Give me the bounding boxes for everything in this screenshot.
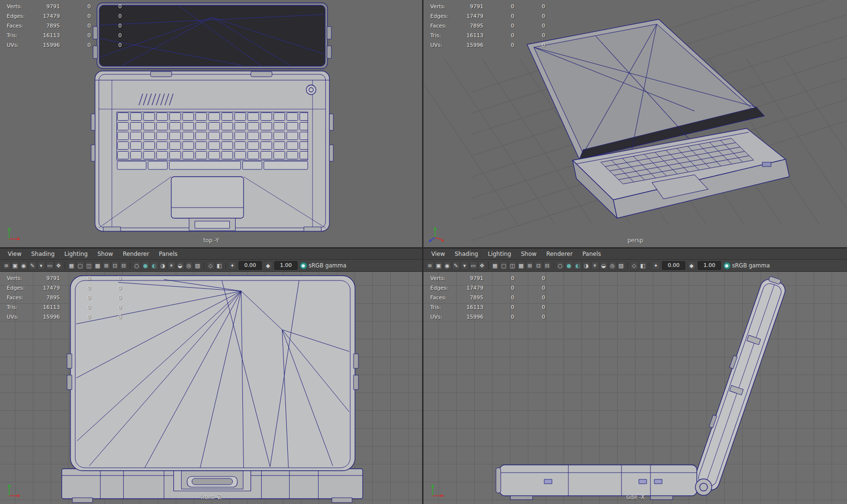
hud-stat-label: Edges: <box>7 285 32 291</box>
field-chart-icon[interactable]: ⊞ <box>526 261 534 270</box>
gamma-icon[interactable]: ◆ <box>264 261 272 270</box>
image-plane-icon[interactable]: ▭ <box>46 261 54 270</box>
hud-stat-value: 7895 <box>32 294 60 301</box>
exposure-field[interactable]: 0.00 <box>662 261 685 270</box>
safe-title-icon[interactable]: ⊟ <box>543 261 551 270</box>
isolate-select-icon[interactable]: ◧ <box>215 261 224 270</box>
smooth-shade-icon[interactable]: ● <box>565 261 573 270</box>
film-gate-icon[interactable]: ▢ <box>76 261 85 270</box>
hud-stat-label: Faces: <box>430 23 455 29</box>
colorspace-field[interactable]: sRGB gamma <box>732 262 770 269</box>
hud-stat-label: Tris: <box>7 32 32 39</box>
shadows-icon[interactable]: ◒ <box>600 261 608 270</box>
hud-stat-label: Tris: <box>7 304 32 310</box>
hud-stat-row: UVs:1599600 <box>430 40 545 50</box>
safe-action-icon[interactable]: ⊡ <box>111 261 119 270</box>
toolbar-separator <box>553 262 554 269</box>
gamma-icon[interactable]: ◆ <box>688 261 696 270</box>
use-all-lights-icon[interactable]: ☀ <box>591 261 599 270</box>
wireframe-icon[interactable]: ○ <box>133 261 141 270</box>
bookmarks-icon[interactable]: ▾ <box>37 261 45 270</box>
color-management-icon[interactable]: ● <box>723 262 731 269</box>
occlusion-icon[interactable]: ◎ <box>608 261 617 270</box>
menu-show[interactable]: Show <box>516 249 541 259</box>
viewport-front[interactable]: Verts:979100Edges:1747900Faces:789500Tri… <box>0 272 422 504</box>
exposure-icon[interactable]: ✦ <box>228 261 237 270</box>
textured-icon[interactable]: ◑ <box>159 261 167 270</box>
textured-icon[interactable]: ◑ <box>582 261 591 270</box>
material-override-icon[interactable]: ◐ <box>150 261 158 270</box>
use-all-lights-icon[interactable]: ☀ <box>168 261 176 270</box>
camera-attributes-icon[interactable]: ✎ <box>452 261 460 270</box>
menu-view[interactable]: View <box>426 249 450 259</box>
exposure-icon[interactable]: ✦ <box>652 261 660 270</box>
bookmarks-icon[interactable]: ▾ <box>461 261 469 270</box>
menu-panels[interactable]: Panels <box>578 249 606 259</box>
resolution-gate-icon[interactable]: ◫ <box>85 261 93 270</box>
grid-icon[interactable]: ▦ <box>491 261 499 270</box>
panel-menu-icon[interactable]: ≡ <box>2 261 11 270</box>
gamma-field[interactable]: 1.00 <box>274 261 297 270</box>
gate-mask-icon[interactable]: ▩ <box>517 261 525 270</box>
viewport-top[interactable]: Verts:979100Edges:1747900Faces:789500Tri… <box>0 0 422 247</box>
image-plane-icon[interactable]: ▭ <box>469 261 478 270</box>
menu-lighting[interactable]: Lighting <box>59 249 93 259</box>
hud-stat-label: UVs: <box>7 42 32 48</box>
hud-poly-count: Verts:979100Edges:1747900Faces:789500Tri… <box>430 1 545 50</box>
color-management-icon[interactable]: ● <box>300 262 307 269</box>
hud-stat-value: 17479 <box>455 13 483 19</box>
camera-select-icon[interactable]: ▣ <box>11 261 19 270</box>
gamma-field[interactable]: 1.00 <box>698 261 721 270</box>
laptop-model-persp-view[interactable] <box>527 19 789 218</box>
viewport-side[interactable]: Verts:979100Edges:1747900Faces:789500Tri… <box>424 272 847 504</box>
viewport-persp[interactable]: Verts:979100Edges:1747900Faces:789500Tri… <box>424 0 847 247</box>
menu-renderer[interactable]: Renderer <box>541 249 578 259</box>
safe-action-icon[interactable]: ⊡ <box>535 261 543 270</box>
hud-stat-row: Tris:1611300 <box>7 30 122 40</box>
shadows-icon[interactable]: ◒ <box>176 261 184 270</box>
panel-front: ViewShadingLightingShowRendererPanels ≡▣… <box>0 249 422 504</box>
xray-icon[interactable]: ◇ <box>630 261 638 270</box>
hud-stat-label: Faces: <box>430 294 455 301</box>
hud-stat-sel: 0 <box>60 294 91 301</box>
occlusion-icon[interactable]: ◎ <box>185 261 193 270</box>
hud-stat-sel: 0 <box>60 275 91 281</box>
two-d-pan-zoom-icon[interactable]: ✥ <box>478 261 486 270</box>
anti-alias-icon[interactable]: ▨ <box>617 261 625 270</box>
camera-select-icon[interactable]: ▣ <box>435 261 443 270</box>
two-d-pan-zoom-icon[interactable]: ✥ <box>55 261 63 270</box>
colorspace-field[interactable]: sRGB gamma <box>309 262 346 269</box>
menu-lighting[interactable]: Lighting <box>483 249 516 259</box>
anti-alias-icon[interactable]: ▨ <box>194 261 202 270</box>
menu-shading[interactable]: Shading <box>450 249 483 259</box>
gate-mask-icon[interactable]: ▩ <box>94 261 102 270</box>
menu-view[interactable]: View <box>3 249 26 259</box>
xray-icon[interactable]: ◇ <box>207 261 215 270</box>
menu-panels[interactable]: Panels <box>154 249 183 259</box>
exposure-field[interactable]: 0.00 <box>239 261 262 270</box>
material-override-icon[interactable]: ◐ <box>574 261 582 270</box>
safe-title-icon[interactable]: ⊟ <box>120 261 128 270</box>
hud-poly-count: Verts:979100Edges:1747900Faces:789500Tri… <box>7 273 122 322</box>
film-gate-icon[interactable]: ▢ <box>500 261 508 270</box>
smooth-shade-icon[interactable]: ● <box>141 261 150 270</box>
hud-stat-label: Verts: <box>430 275 455 281</box>
resolution-gate-icon[interactable]: ◫ <box>508 261 517 270</box>
laptop-model-top-view[interactable] <box>91 3 333 231</box>
camera-attributes-icon[interactable]: ✎ <box>28 261 37 270</box>
viewport-label: side -X <box>424 494 847 501</box>
hud-stat-label: Edges: <box>430 13 455 19</box>
hud-stat-sel: 0 <box>91 285 122 291</box>
menu-shading[interactable]: Shading <box>26 249 59 259</box>
isolate-select-icon[interactable]: ◧ <box>639 261 647 270</box>
camera-lock-icon[interactable]: ◉ <box>443 261 452 270</box>
grid-icon[interactable]: ▦ <box>68 261 76 270</box>
menu-renderer[interactable]: Renderer <box>118 249 154 259</box>
wireframe-icon[interactable]: ○ <box>556 261 565 270</box>
menu-show[interactable]: Show <box>93 249 118 259</box>
field-chart-icon[interactable]: ⊞ <box>102 261 111 270</box>
hud-stat-row: Verts:979100 <box>7 273 122 283</box>
panel-menu-icon[interactable]: ≡ <box>426 261 434 270</box>
toolbar-separator <box>65 262 65 269</box>
camera-lock-icon[interactable]: ◉ <box>20 261 28 270</box>
